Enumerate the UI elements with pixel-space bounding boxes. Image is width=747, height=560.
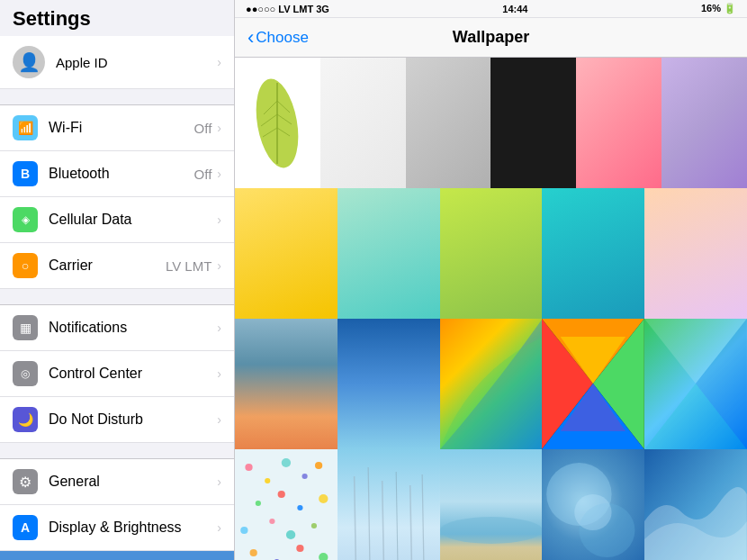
wallpaper-cell-beach[interactable] <box>440 449 543 560</box>
wallpaper-grid <box>235 58 747 560</box>
wallpaper-row-3 <box>235 319 747 449</box>
wallpaper-cell-dots[interactable] <box>235 449 338 560</box>
wallpaper-row-2 <box>235 188 747 319</box>
settings-title: Settings <box>0 0 234 36</box>
svg-point-25 <box>297 505 302 510</box>
svg-point-27 <box>240 527 248 534</box>
sidebar-item-label-cellular: Cellular Data <box>49 212 217 228</box>
wallpaper-cell-blue-grad[interactable] <box>338 319 440 449</box>
bluetooth-value: Off <box>194 167 212 182</box>
chevron-icon: › <box>217 412 221 427</box>
back-button[interactable]: ‹ Choose <box>248 28 369 48</box>
chevron-icon: › <box>217 212 221 227</box>
sidebar-item-label-display: Display & Brightness <box>49 519 217 536</box>
sidebar-item-label-apple-id: Apple ID <box>56 55 217 70</box>
sidebar-item-notifications[interactable]: ▦ Notifications › <box>0 305 234 351</box>
leaf-icon <box>250 74 304 173</box>
status-left: ●●○○○ LV LMT 3G <box>246 4 329 14</box>
wallpaper-cell-triangles[interactable] <box>542 319 644 449</box>
wallpaper-cell-leaf[interactable] <box>235 58 320 188</box>
chevron-icon: › <box>217 474 221 489</box>
sidebar-item-control-center[interactable]: ◎ Control Center › <box>0 351 234 397</box>
sidebar-item-label-wifi: Wi-Fi <box>49 120 194 136</box>
wallpaper-cell-pink[interactable] <box>576 58 662 188</box>
wallpaper-cell-lime[interactable] <box>440 188 543 319</box>
sidebar-item-label-carrier: Carrier <box>49 257 166 274</box>
sidebar-item-bluetooth[interactable]: B Bluetooth Off › <box>0 151 234 197</box>
general-icon: ⚙ <box>13 469 38 494</box>
svg-point-43 <box>440 517 543 544</box>
back-chevron-icon: ‹ <box>248 28 254 48</box>
sidebar-item-wifi[interactable]: 📶 Wi-Fi Off › <box>0 105 234 151</box>
sidebar-item-display[interactable]: A Display & Brightness › <box>0 505 234 551</box>
svg-rect-35 <box>338 449 440 560</box>
svg-point-21 <box>302 474 307 479</box>
svg-point-24 <box>278 491 285 498</box>
chevron-icon: › <box>217 121 221 135</box>
nav-header: ‹ Choose Wallpaper <box>235 18 747 58</box>
svg-point-20 <box>282 458 291 467</box>
page-title: Wallpaper <box>369 28 613 47</box>
wifi-icon: 📶 <box>13 115 38 140</box>
sidebar-item-do-not-disturb[interactable]: 🌙 Do Not Disturb › <box>0 397 234 443</box>
wallpaper-row-1 <box>235 58 747 188</box>
wallpaper-cell-peach-lavender[interactable] <box>644 188 747 319</box>
bluetooth-icon: B <box>13 161 38 186</box>
wallpaper-cell-black[interactable] <box>490 58 576 188</box>
notifications-icon: ▦ <box>13 315 38 340</box>
status-center: 14:44 <box>502 4 527 14</box>
wallpaper-cell-purple[interactable] <box>662 58 747 188</box>
svg-point-19 <box>265 478 270 483</box>
sidebar: Settings 👤 Apple ID › 📶 Wi-Fi Off › B Bl… <box>0 0 235 560</box>
sidebar-item-cellular[interactable]: ◈ Cellular Data › <box>0 197 234 243</box>
chevron-icon: › <box>217 366 221 381</box>
svg-point-46 <box>575 494 612 530</box>
wallpaper-cell-lightgray[interactable] <box>406 58 491 188</box>
wallpaper-cell-teal-triangles[interactable] <box>644 319 747 449</box>
chevron-icon: › <box>217 520 221 535</box>
wallpaper-cell-trees[interactable] <box>338 449 440 560</box>
sidebar-item-label-control-center: Control Center <box>49 366 217 382</box>
chevron-icon: › <box>217 321 221 335</box>
carrier-icon: ○ <box>13 253 38 278</box>
svg-point-29 <box>286 530 295 539</box>
wallpaper-cell-swirl[interactable] <box>440 319 543 449</box>
sidebar-item-apple-id[interactable]: 👤 Apple ID › <box>0 36 234 89</box>
wallpaper-cell-teal[interactable] <box>338 188 440 319</box>
chevron-icon: › <box>217 167 221 181</box>
wallpaper-cell-blurblue[interactable] <box>542 449 644 560</box>
carrier-value: LV LMT <box>166 258 212 274</box>
svg-point-26 <box>319 494 328 503</box>
status-right: 16% 🔋 <box>701 3 736 14</box>
apple-id-icon: 👤 <box>13 46 45 78</box>
wallpaper-row-4 <box>235 449 747 560</box>
svg-point-23 <box>256 501 261 506</box>
sidebar-item-general[interactable]: ⚙ General › <box>0 459 234 505</box>
do-not-disturb-icon: 🌙 <box>13 407 38 432</box>
wallpaper-cell-wave[interactable] <box>644 449 747 560</box>
svg-point-31 <box>250 549 257 556</box>
control-center-icon: ◎ <box>13 361 38 386</box>
wallpaper-cell-white[interactable] <box>320 58 406 188</box>
wallpaper-cell-sunset[interactable] <box>235 319 338 449</box>
wallpaper-cell-cyan[interactable] <box>542 188 644 319</box>
wallpaper-cell-yellow[interactable] <box>235 188 338 319</box>
wifi-value: Off <box>194 121 212 136</box>
main-panel: ●●○○○ LV LMT 3G 14:44 16% 🔋 ‹ Choose Wal… <box>235 0 747 560</box>
back-label: Choose <box>256 29 309 47</box>
sidebar-item-label-general: General <box>49 474 217 490</box>
svg-point-22 <box>315 462 322 469</box>
sidebar-item-label-notifications: Notifications <box>49 320 217 336</box>
display-icon: A <box>13 515 38 540</box>
sidebar-item-carrier[interactable]: ○ Carrier LV LMT › <box>0 243 234 289</box>
svg-point-18 <box>245 464 252 471</box>
sidebar-item-wallpaper[interactable]: ✦ Wallpaper › <box>0 551 234 560</box>
chevron-icon: › <box>217 55 221 69</box>
svg-point-33 <box>296 545 303 552</box>
sidebar-item-label-bluetooth: Bluetooth <box>49 166 194 182</box>
cellular-icon: ◈ <box>13 207 38 232</box>
svg-point-28 <box>269 519 274 524</box>
sidebar-item-label-do-not-disturb: Do Not Disturb <box>49 411 217 428</box>
chevron-icon: › <box>217 258 221 273</box>
svg-point-30 <box>311 523 317 528</box>
